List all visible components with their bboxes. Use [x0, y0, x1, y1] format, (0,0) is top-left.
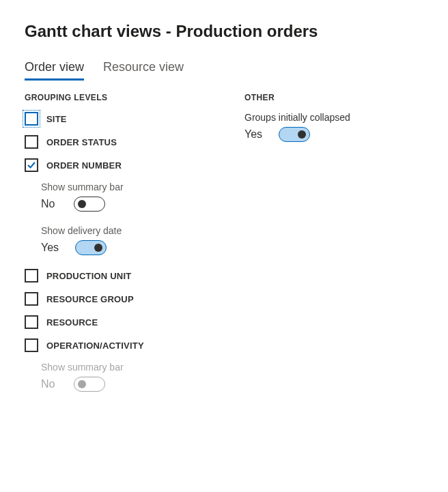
label-groups-initially-collapsed: Groups initially collapsed: [244, 112, 423, 123]
toggle-knob: [94, 244, 102, 252]
toggle-knob: [298, 130, 306, 139]
label-order-number: ORDER NUMBER: [46, 160, 122, 171]
value-groups-initially-collapsed: Yes: [244, 128, 262, 141]
tab-resource-view[interactable]: Resource view: [103, 60, 184, 81]
grouping-levels-header: GROUPING LEVELS: [25, 93, 204, 102]
tabs: Order view Resource view: [25, 60, 423, 81]
checkbox-site[interactable]: [25, 112, 38, 126]
toggle-show-summary-bar[interactable]: [74, 197, 105, 212]
label-show-summary-bar: Show summary bar: [41, 182, 204, 192]
grouping-levels-column: GROUPING LEVELS SITE ORDER STATUS ORDER …: [25, 93, 204, 405]
value-show-summary-bar: No: [41, 198, 57, 210]
label-resource-group: RESOURCE GROUP: [46, 294, 134, 304]
label-resource: RESOURCE: [46, 317, 98, 328]
checkbox-order-status[interactable]: [25, 135, 38, 149]
checkbox-resource-group[interactable]: [25, 292, 38, 306]
checkbox-resource[interactable]: [25, 315, 38, 329]
toggle-groups-initially-collapsed[interactable]: [279, 127, 310, 142]
check-icon: [27, 160, 36, 170]
toggle-knob: [78, 200, 86, 208]
page-title: Gantt chart views - Production orders: [25, 22, 423, 41]
toggle-show-summary-bar-2: [74, 377, 105, 392]
label-show-delivery-date: Show delivery date: [41, 225, 204, 236]
label-order-status: ORDER STATUS: [46, 137, 117, 147]
value-show-summary-bar-2: No: [41, 378, 57, 390]
toggle-show-delivery-date[interactable]: [75, 240, 107, 255]
checkbox-order-number[interactable]: [25, 158, 38, 172]
value-show-delivery-date: Yes: [41, 242, 59, 254]
other-column: OTHER Groups initially collapsed Yes: [244, 93, 423, 405]
label-site: SITE: [46, 114, 67, 124]
label-show-summary-bar-2: Show summary bar: [41, 362, 204, 373]
label-operation-activity: OPERATION/ACTIVITY: [46, 341, 144, 351]
tab-order-view[interactable]: Order view: [25, 60, 84, 81]
checkbox-production-unit[interactable]: [25, 269, 38, 283]
other-header: OTHER: [244, 93, 423, 102]
checkbox-operation-activity[interactable]: [25, 338, 38, 352]
toggle-knob: [78, 380, 86, 388]
label-production-unit: PRODUCTION UNIT: [46, 271, 131, 281]
